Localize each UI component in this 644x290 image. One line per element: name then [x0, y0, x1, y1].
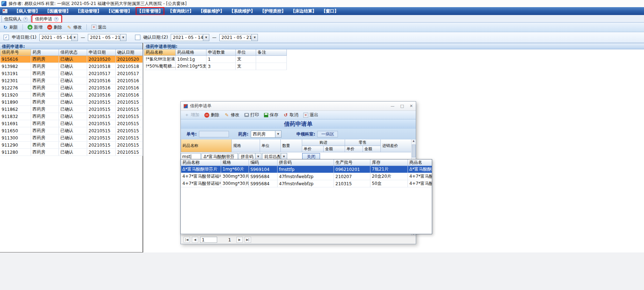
table-cell[interactable]: 20210516 [116, 84, 143, 92]
minimize-button[interactable]: — [390, 104, 394, 108]
refresh-button[interactable]: ↻ 刷新 [3, 24, 18, 30]
table-cell[interactable]: 3 [206, 63, 236, 70]
table-cell[interactable]: 20210515 [116, 106, 143, 113]
table-cell[interactable]: 20210516 [116, 92, 143, 99]
tab-close-icon[interactable]: ✕ [54, 17, 59, 21]
column-header[interactable]: 药房 [31, 49, 59, 56]
dialog-titlebar[interactable]: 借药申请单 — □ ✕ [181, 102, 416, 111]
table-cell[interactable]: 911280 [0, 149, 31, 156]
table-row[interactable]: 913191西药房已确认2021051720210517 [0, 70, 143, 77]
table-cell[interactable]: 西药房 [31, 127, 59, 134]
column-header[interactable]: 药品名称 [181, 139, 232, 152]
table-row[interactable]: !*50%葡萄糖...20ml:10g*5支3支 [144, 63, 287, 70]
table-cell[interactable]: 西药房 [31, 77, 59, 84]
chevron-down-icon[interactable]: ▼ [203, 34, 209, 41]
table-row[interactable]: 4+7*富马酸替诺福韦二300mg*30片/盒S99568447fmstnfwe… [181, 173, 433, 180]
table-cell[interactable]: 20210515 [116, 120, 143, 127]
menu-item-template-maint[interactable]: 【模板维护】 [198, 8, 225, 15]
table-cell[interactable]: 911862 [0, 106, 31, 113]
table-row[interactable]: !*氯化钾注射液10ml:1g1支 [144, 56, 287, 63]
table-cell[interactable]: 47fmstnfwebfzp [278, 180, 334, 187]
table-cell[interactable]: 20210515 [116, 134, 143, 142]
delete-button[interactable]: − 删除 [47, 24, 62, 30]
table-row[interactable]: 911920西药房已确认2021051620210516 [0, 92, 143, 99]
maximize-button[interactable]: □ [400, 104, 404, 108]
table-cell[interactable]: 支 [236, 56, 256, 63]
chevron-down-icon[interactable]: ▼ [251, 34, 258, 41]
table-cell[interactable]: 西药房 [31, 56, 59, 63]
table-cell[interactable]: !*50%葡萄糖... [144, 63, 176, 70]
table-cell[interactable]: 20210515 [116, 113, 143, 120]
table-cell[interactable]: 20210515 [87, 106, 116, 113]
table-cell[interactable]: 20210515 [116, 127, 143, 134]
table-cell[interactable]: Δ*富马酸酮替芬片 [181, 166, 221, 173]
menu-item-system-maint[interactable]: 【系统维护】 [229, 8, 256, 15]
table-cell[interactable]: 20210515 [87, 113, 116, 120]
last-page-button[interactable]: ▶| [245, 237, 251, 243]
table-cell[interactable]: 已确认 [59, 106, 87, 113]
confirm-date-from-select[interactable]: 2021 - 05 - 14 ▼ [171, 34, 209, 41]
menu-item-billing-mgmt[interactable]: 【记账管理】 [106, 8, 133, 15]
table-cell[interactable]: 西药房 [31, 92, 59, 99]
table-row[interactable]: 911650西药房已确认2021051520210515 [0, 127, 143, 134]
table-row[interactable]: 913982西药房已确认2021051820210518 [0, 63, 143, 70]
modify-button[interactable]: ✎ 修改 [67, 24, 82, 30]
table-cell[interactable]: 10ml:1g [176, 56, 206, 63]
column-header[interactable]: 库存 [370, 159, 408, 166]
table-cell[interactable]: 西药房 [31, 142, 59, 149]
column-header[interactable]: 借药单号 [0, 49, 31, 56]
table-cell[interactable]: 西药房 [31, 99, 59, 106]
menu-item-nursing-qc[interactable]: 【护理质控】 [259, 8, 286, 15]
table-row[interactable]: 911691西药房已确认2021051520210515 [0, 120, 143, 127]
column-header[interactable]: 单价 [302, 146, 324, 152]
table-cell[interactable]: S995684 [249, 173, 278, 180]
dialog-add-button[interactable]: + 增加 [184, 112, 199, 118]
table-cell[interactable]: 912276 [0, 84, 31, 92]
table-cell[interactable]: 4+7*富马酸替诺福韦二 [181, 180, 221, 187]
column-header[interactable]: 规格 [232, 139, 260, 152]
table-row[interactable]: 911832西药房已确认2021051520210515 [0, 113, 143, 120]
dialog-cancel-button[interactable]: ↺ 取消 [283, 112, 298, 118]
table-cell[interactable]: 20210518 [87, 63, 116, 70]
column-header[interactable]: 单价 [345, 146, 363, 152]
table-cell[interactable]: 西药房 [31, 149, 59, 156]
column-header[interactable]: 药品规格 [176, 49, 206, 56]
chevron-down-icon[interactable]: ▼ [275, 131, 281, 137]
table-cell[interactable]: 支 [236, 63, 256, 70]
table-cell[interactable]: 20210520 [87, 56, 116, 63]
table-row[interactable]: 911290西药房已确认2021051520210515 [0, 142, 143, 149]
column-header[interactable]: 申请日期 [87, 49, 116, 56]
table-cell[interactable]: 20210517 [87, 70, 116, 77]
table-cell[interactable]: 210315 [334, 180, 370, 187]
table-cell[interactable]: 20210518 [116, 63, 143, 70]
table-cell[interactable]: 1 [206, 56, 236, 63]
table-cell[interactable]: 911290 [0, 142, 31, 149]
table-row[interactable]: 911890西药房已确认2021051520210515 [0, 99, 143, 106]
apply-date-to-select[interactable]: 2021 - 05 - 21 ▼ [88, 34, 126, 41]
table-row[interactable]: 911300西药房已确认2021051520210515 [0, 134, 143, 142]
table-row[interactable]: Δ*富马酸酮替芬片1mg*60片S969104fmsttfp0962102017… [181, 166, 433, 173]
table-cell[interactable]: 20210515 [116, 99, 143, 106]
apply-date-from-select[interactable]: 2021 - 05 - 14 ▼ [39, 34, 78, 41]
column-header[interactable]: 单位 [236, 49, 256, 56]
table-cell[interactable]: 已确认 [59, 63, 87, 70]
column-header[interactable]: 进销差价 [381, 139, 411, 152]
table-cell[interactable]: 300mg*30片/盒 [221, 173, 249, 180]
dialog-save-button[interactable]: 保存 [264, 112, 278, 118]
table-cell[interactable]: 911650 [0, 127, 31, 134]
table-cell[interactable]: 911890 [0, 99, 31, 106]
table-cell[interactable]: 已确认 [59, 77, 87, 84]
dialog-exit-button[interactable]: ✕ 退出 [303, 112, 318, 118]
dialog-print-button[interactable]: 打印 [244, 112, 259, 118]
column-header[interactable]: 药品名称 [181, 159, 221, 166]
table-cell[interactable]: 已确认 [59, 70, 87, 77]
menu-item-patient-mgmt[interactable]: 【病人管理】 [14, 8, 41, 15]
table-cell[interactable]: 20210515 [87, 127, 116, 134]
table-cell[interactable]: 已确认 [59, 84, 87, 92]
table-cell[interactable]: 4+7*富马酸替诺 [408, 180, 433, 187]
table-cell[interactable]: 已确认 [59, 120, 87, 127]
table-cell[interactable]: 20盒20片 [370, 173, 408, 180]
table-cell[interactable]: 20210515 [116, 142, 143, 149]
column-header[interactable]: 药品名称 [144, 49, 176, 56]
menu-item-window[interactable]: 【窗口】 [321, 8, 339, 15]
